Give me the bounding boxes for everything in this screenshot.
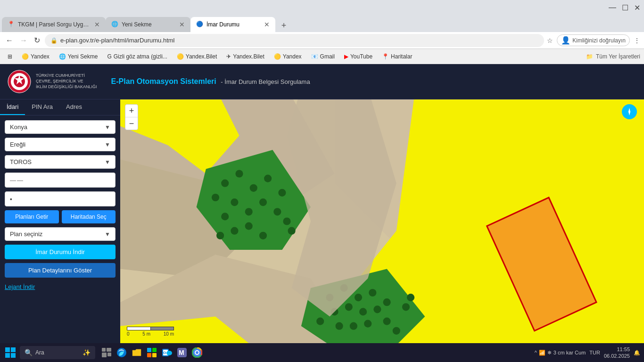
new-tab-button[interactable]: +: [277, 19, 290, 32]
window-controls[interactable]: — ☐ ✕: [609, 3, 640, 12]
scale-label-5: 5 m: [142, 331, 150, 337]
svg-point-36: [355, 294, 362, 301]
zoom-out-button[interactable]: −: [125, 117, 138, 130]
profile-label: Kimliğinizi doğrulayın: [572, 37, 626, 44]
bookmarks-right-label: Tüm Yer İşaretleri: [596, 53, 640, 60]
neighborhood-select[interactable]: TOROS ▼: [5, 155, 116, 169]
selectmap-button[interactable]: Haritadan Seç: [62, 210, 116, 223]
city-select-wrapper[interactable]: Konya ▼: [5, 120, 116, 134]
details-button[interactable]: Plan Detaylarını Göster: [5, 263, 116, 278]
plan-value: Plan seçiniz: [10, 230, 42, 238]
notifications-icon[interactable]: 🔔: [634, 350, 640, 356]
lejant-link[interactable]: Lejant İndir: [5, 281, 116, 292]
tab-idari[interactable]: İdari: [0, 99, 25, 115]
edge-icon[interactable]: [115, 346, 128, 359]
tab-imar[interactable]: 🔵 İmar Durumu ✕: [190, 17, 275, 32]
bookmarks-right[interactable]: 📁 Tüm Yer İşaretleri: [586, 53, 640, 60]
tab-pin[interactable]: PIN Ara: [25, 99, 59, 115]
network-icon[interactable]: 📶: [539, 350, 545, 356]
svg-rect-65: [152, 353, 157, 357]
bookmark-youtube[interactable]: ▶ YouTube: [340, 52, 376, 61]
bookmark-incognito[interactable]: G Gizli göz atma (gizli...: [103, 52, 171, 61]
close-button[interactable]: ✕: [634, 3, 640, 12]
svg-point-49: [402, 303, 410, 311]
start-button[interactable]: [4, 346, 17, 359]
menu-icon[interactable]: ⋮: [634, 37, 640, 44]
lock-icon: 🔒: [50, 37, 58, 44]
tab-close-new[interactable]: ✕: [179, 21, 185, 28]
plan-select[interactable]: Plan seçiniz ▼: [5, 227, 116, 241]
teams-icon[interactable]: M: [175, 346, 189, 359]
reload-button[interactable]: ↻: [32, 34, 42, 47]
city-select[interactable]: Konya ▼: [5, 120, 116, 134]
district-select[interactable]: Ereğli ▼: [5, 138, 116, 151]
taskview-button[interactable]: [100, 346, 113, 359]
svg-rect-54: [11, 347, 16, 352]
zoom-in-button[interactable]: +: [125, 105, 138, 117]
language-indicator[interactable]: TUR: [589, 350, 600, 355]
svg-point-19: [264, 175, 272, 182]
yandex2-favicon: 🟡: [274, 53, 281, 60]
tab-favicon-new: 🌐: [111, 21, 119, 28]
tab-new[interactable]: 🌐 Yeni Sekme ✕: [106, 17, 190, 32]
explorer-icon[interactable]: [130, 346, 143, 359]
svg-point-28: [288, 227, 296, 235]
tray-expand-icon[interactable]: ^: [535, 350, 537, 355]
download-button[interactable]: İmar Durumu İndir: [5, 245, 116, 259]
url-bar[interactable]: 🔒 e-plan.gov.tr/e-plan/html/imarDurumu.h…: [45, 34, 544, 47]
bookmark-yandex-bilet2[interactable]: ✈ Yandex.Bilet: [223, 52, 268, 61]
taskbar-clock[interactable]: 11:55 06.02.2025: [604, 346, 630, 360]
sys-tray: ^ 📶 ❄ 3 cm kar Cum: [535, 350, 586, 356]
svg-point-17: [235, 170, 243, 177]
svg-rect-58: [107, 348, 111, 352]
plot-value: ▪: [10, 196, 12, 203]
search-icon: 🔍: [25, 349, 33, 356]
compass-icon: [622, 104, 637, 119]
scale-line: [127, 327, 174, 330]
bookmark-yandex2[interactable]: 🟡 Yandex: [270, 52, 305, 61]
tab-close-tkgm[interactable]: ✕: [94, 21, 100, 28]
bookmark-new-tab-label: Yeni Sekme: [68, 53, 98, 60]
youtube-favicon: ▶: [344, 53, 348, 60]
neighborhood-select-wrapper[interactable]: TOROS ▼: [5, 155, 116, 169]
star-icon[interactable]: ☆: [547, 37, 553, 44]
svg-point-46: [364, 320, 372, 328]
maximize-button[interactable]: ☐: [622, 3, 628, 12]
parcel-input[interactable]: ——: [5, 173, 116, 188]
svg-point-75: [196, 351, 198, 354]
chrome-icon[interactable]: [190, 346, 204, 359]
bookmark-gmail[interactable]: 📧 Gmail: [307, 52, 339, 61]
district-select-wrapper[interactable]: Ereğli ▼: [5, 138, 116, 151]
svg-point-27: [283, 217, 290, 225]
taskbar-search[interactable]: 🔍 Ara ✨: [20, 346, 95, 359]
tab-tkgm[interactable]: 📍 TKGM | Parsel Sorgu Uygulama... ✕: [2, 17, 106, 32]
plot-input[interactable]: ▪: [5, 191, 116, 206]
forward-button[interactable]: →: [18, 34, 29, 47]
map-zoom-controls[interactable]: + −: [125, 104, 138, 130]
svg-rect-64: [147, 353, 151, 357]
svg-point-32: [259, 232, 267, 239]
svg-point-20: [278, 189, 286, 197]
svg-rect-59: [102, 353, 107, 357]
bookmark-apps[interactable]: ⊞: [4, 52, 16, 61]
weather-icon[interactable]: ❄: [547, 350, 552, 356]
bookmark-new-tab[interactable]: 🌐 Yeni Sekme: [55, 52, 102, 61]
taskbar-date-display: 06.02.2025: [604, 353, 630, 359]
bookmark-haritalar[interactable]: 📍 Haritalar: [378, 52, 416, 61]
tab-adres[interactable]: Adres: [59, 99, 89, 115]
tab-close-imar[interactable]: ✕: [264, 21, 270, 28]
taskbar-time-display: 11:55: [604, 346, 630, 353]
profile-icon[interactable]: 👤 Kimliğinizi doğrulayın: [557, 34, 630, 46]
bookmark-yandex-bilet1[interactable]: 🟡 Yandex.Bilet: [173, 52, 221, 61]
bookmark-yandex[interactable]: 🟡 Yandex: [18, 52, 53, 61]
sidebar-content: Konya ▼ Ereğli ▼ TOROS ▼: [0, 115, 120, 343]
getplans-button[interactable]: Planları Getir: [5, 210, 59, 223]
svg-point-45: [350, 322, 357, 330]
plan-select-wrapper[interactable]: Plan seçiniz ▼: [5, 227, 116, 241]
outlook-icon[interactable]: O: [160, 346, 173, 359]
minimize-button[interactable]: —: [609, 3, 616, 12]
back-button[interactable]: ←: [4, 34, 15, 47]
tab-favicon-tkgm: 📍: [8, 21, 15, 28]
store-icon[interactable]: [145, 346, 158, 359]
svg-rect-53: [5, 347, 10, 352]
